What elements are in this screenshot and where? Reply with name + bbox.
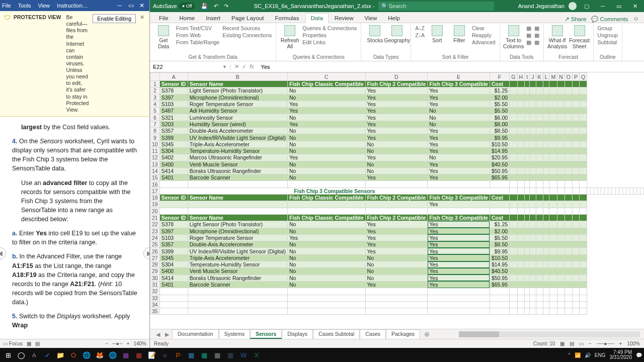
taskbar-app-icon[interactable]: O xyxy=(67,349,79,360)
advanced-button[interactable]: Advanced xyxy=(472,39,496,45)
word-tab-view[interactable]: View xyxy=(38,3,50,9)
save-icon[interactable]: 💾 xyxy=(199,3,210,9)
zoom-slider[interactable]: ──●── xyxy=(597,341,614,346)
forecast-sheet-button[interactable]: Forecast Sheet xyxy=(570,25,589,49)
ungroup-button[interactable]: Ungroup xyxy=(598,32,618,38)
dt-icon[interactable]: ▦ xyxy=(534,39,539,45)
word-min-icon[interactable]: ─ xyxy=(114,2,125,9)
zoom-out-icon[interactable]: − xyxy=(106,341,109,346)
sheet-tab-packages[interactable]: Packages xyxy=(386,329,420,339)
tray-volume-icon[interactable]: 🔊 xyxy=(585,352,591,358)
queries-connections[interactable]: Queries & Connections xyxy=(302,25,357,31)
user-name[interactable]: Anand Jeganathan xyxy=(518,3,565,9)
filter-button[interactable]: Filter xyxy=(450,25,469,43)
tab-data[interactable]: Data xyxy=(305,13,329,23)
sheet-nav-next-icon[interactable]: ▶ xyxy=(163,331,171,337)
tray-lang[interactable]: ENG xyxy=(595,352,606,358)
tab-help[interactable]: Help xyxy=(383,14,405,23)
text-to-columns-button[interactable]: Text to Columns xyxy=(504,25,523,49)
tab-formulas[interactable]: Formulas xyxy=(270,14,304,23)
undo-icon[interactable]: ↶ xyxy=(212,3,220,9)
from-text-csv[interactable]: From Text/CSV xyxy=(176,25,219,31)
tray-up-icon[interactable]: ˄ xyxy=(568,352,571,358)
focus-mode[interactable]: ▭ Focus xyxy=(3,341,23,346)
sort-za-icon[interactable]: Z↓A xyxy=(415,32,425,38)
autosave-toggle[interactable]: AutoSave● Off xyxy=(153,3,195,10)
nav-prev-icon[interactable]: ◀ xyxy=(0,247,6,259)
word-tab-instruction[interactable]: Instruction… xyxy=(57,3,88,9)
sheet-nav-prev-icon[interactable]: ◀ xyxy=(154,331,162,337)
view-icon[interactable]: ▦ xyxy=(27,341,31,346)
add-sheet-icon[interactable]: ⊕ xyxy=(421,330,433,338)
smiley-icon[interactable]: ☺ xyxy=(633,16,639,23)
zoom-out-icon[interactable]: − xyxy=(589,341,592,346)
horizontal-scrollbar[interactable] xyxy=(459,331,640,337)
taskbar-app-icon[interactable]: ⟐ xyxy=(159,349,171,360)
view-normal-icon[interactable]: ▦ xyxy=(560,341,565,346)
sheet-tab-documentation[interactable]: Documentation xyxy=(172,329,219,339)
subtotal-button[interactable]: Subtotal xyxy=(598,39,618,45)
word-tab-file[interactable]: File xyxy=(2,3,11,9)
view-pagebreak-icon[interactable]: ▭ xyxy=(579,341,584,346)
avatar-icon[interactable] xyxy=(569,2,577,10)
taskbar-app-icon[interactable]: 📝 xyxy=(146,349,158,360)
dt-icon[interactable]: ▦ xyxy=(526,25,531,31)
taskbar-app-icon[interactable]: ▦ xyxy=(198,349,210,360)
taskbar-app-icon[interactable]: ✓ xyxy=(41,349,53,360)
group-button[interactable]: Group xyxy=(598,25,618,31)
taskbar-app-icon[interactable]: ⑃ xyxy=(28,349,40,360)
taskbar-app-icon[interactable]: 🌐 xyxy=(107,349,119,360)
tray-wifi-icon[interactable]: 📶 xyxy=(575,352,581,358)
taskbar-app-icon[interactable]: P xyxy=(172,349,184,360)
taskbar-app-icon[interactable]: ▦ xyxy=(211,349,223,360)
dt-icon[interactable]: ▦ xyxy=(534,32,539,38)
taskbar-app-icon[interactable]: ▦ xyxy=(120,349,132,360)
taskbar-app-icon[interactable]: ◯ xyxy=(15,349,27,360)
get-data-button[interactable]: Get Data xyxy=(154,25,173,49)
stocks-button[interactable]: Stocks xyxy=(365,25,384,43)
reapply-button[interactable]: Reapply xyxy=(472,32,496,38)
from-web[interactable]: From Web xyxy=(176,32,219,38)
protected-close-icon[interactable]: ✕ xyxy=(139,14,145,20)
zoom-slider[interactable]: ─●─ xyxy=(112,341,122,346)
search-input[interactable]: 🔍 Search xyxy=(378,2,494,11)
excel-max-icon[interactable]: ▭ xyxy=(613,3,625,10)
ribbon-mode-icon[interactable]: ▢ xyxy=(581,3,593,10)
cancel-icon[interactable]: ✕ xyxy=(234,63,239,70)
sort-button[interactable]: Sort xyxy=(428,25,447,43)
from-table-range[interactable]: From Table/Range xyxy=(176,39,219,45)
redo-icon[interactable]: ↷ xyxy=(222,3,230,9)
enable-editing-button[interactable]: Enable Editing xyxy=(93,14,136,23)
recent-sources[interactable]: Recent Sources xyxy=(222,25,272,31)
tray-clock[interactable]: 7:49 PM3/31/2020 xyxy=(610,350,632,360)
taskbar-app-icon[interactable]: 🌐 xyxy=(80,349,93,360)
tray-notifications-icon[interactable]: 💬 xyxy=(636,352,642,358)
taskbar-app-icon[interactable]: ⊞ xyxy=(2,349,14,360)
sheet-tab-displays[interactable]: Displays xyxy=(282,329,313,339)
edit-links[interactable]: Edit Links xyxy=(302,39,357,45)
taskbar-app-icon[interactable]: W xyxy=(237,349,250,360)
zoom-in-icon[interactable]: + xyxy=(127,341,130,346)
dt-icon[interactable]: ▦ xyxy=(526,32,531,38)
taskbar-app-icon[interactable]: ▦ xyxy=(224,349,236,360)
share-button[interactable]: ↗ Share xyxy=(565,16,587,23)
tab-pagelayout[interactable]: Page Layout xyxy=(226,14,269,23)
tab-file[interactable]: File xyxy=(154,14,174,23)
comments-button[interactable]: 💬 Comments xyxy=(591,16,628,23)
view-pagelayout-icon[interactable]: ▤ xyxy=(570,341,574,346)
word-tab-tools[interactable]: Tools xyxy=(18,3,31,9)
nav-next-icon[interactable]: ▶ xyxy=(143,247,149,259)
excel-min-icon[interactable]: ─ xyxy=(597,3,609,9)
whatif-button[interactable]: What-If Analysis xyxy=(548,25,567,49)
dt-icon[interactable]: ▦ xyxy=(526,39,531,45)
sheet-tab-cases[interactable]: Cases xyxy=(360,329,386,339)
tab-insert[interactable]: Insert xyxy=(201,14,225,23)
dt-icon[interactable]: ▦ xyxy=(534,25,539,31)
spreadsheet-grid[interactable]: ABCDEFGHIJKLMNOPQ1Sensor IDSensor NameFi… xyxy=(150,72,644,329)
clear-button[interactable]: Clear xyxy=(472,25,496,31)
name-box[interactable]: E22▼ xyxy=(150,64,230,70)
formula-bar[interactable]: Yes xyxy=(258,64,644,70)
taskbar-app-icon[interactable]: ▦ xyxy=(185,349,197,360)
sort-az-icon[interactable]: A↓Z xyxy=(415,25,425,31)
sheet-tab-systems[interactable]: Systems xyxy=(219,329,250,339)
